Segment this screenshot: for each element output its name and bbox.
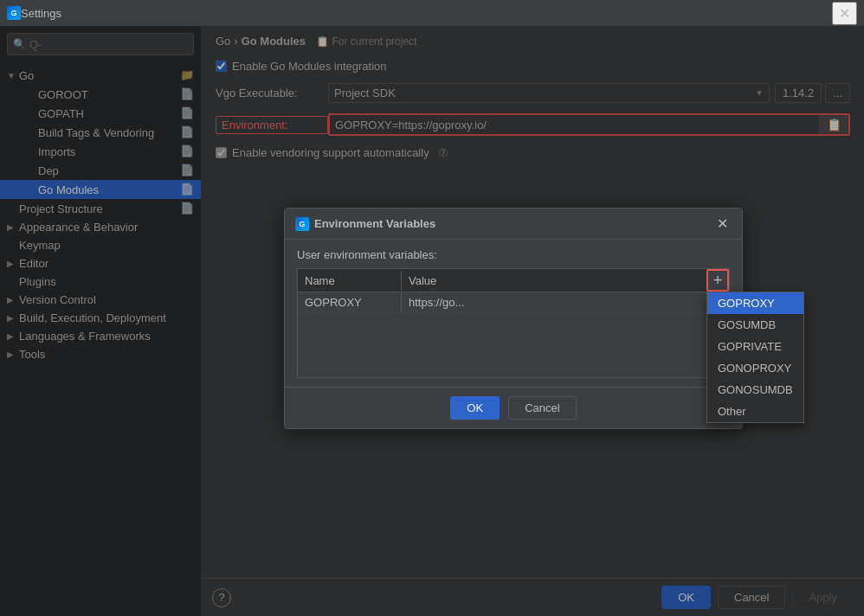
dropdown-item-goprivate[interactable]: GOPRIVATE [707, 336, 803, 357]
dropdown-item-gosumdb[interactable]: GOSUMDB [707, 314, 803, 336]
col-header-name: Name [298, 271, 402, 291]
dialog-title: Environment Variables [314, 217, 708, 230]
env-row-goproxy: GOPROXY https://go... [298, 292, 729, 313]
dialog-titlebar: G Environment Variables ✕ [285, 209, 742, 240]
dialog-section-label: User environment variables: [297, 248, 730, 261]
window-title: Settings [21, 7, 832, 20]
env-table-header: Name Value + GOPROXY GOSUMDB GOPRIVATE G… [297, 268, 730, 292]
env-row-name: GOPROXY [298, 292, 402, 312]
app-icon: G [7, 6, 21, 20]
dropdown-item-gonosumdb[interactable]: GONOSUMDB [707, 379, 803, 401]
dropdown-item-gonoproxy[interactable]: GONOPROXY [707, 357, 803, 379]
dialog-app-icon: G [295, 217, 309, 231]
close-button[interactable]: ✕ [832, 2, 857, 25]
add-env-button[interactable]: + [706, 269, 729, 292]
dialog-close-button[interactable]: ✕ [713, 215, 732, 232]
dialog-overlay: G Environment Variables ✕ User environme… [0, 26, 864, 616]
titlebar: G Settings ✕ [0, 0, 864, 26]
dialog-footer: OK Cancel [285, 387, 742, 428]
dialog-body: User environment variables: Name Value +… [285, 240, 742, 387]
dropdown-item-other[interactable]: Other [707, 401, 803, 422]
col-header-value: Value [402, 271, 706, 291]
add-env-dropdown: GOPROXY GOSUMDB GOPRIVATE GONOPROXY GONO… [706, 292, 804, 423]
env-table-body: GOPROXY https://go... [297, 292, 730, 378]
env-row-value: https://go... [402, 292, 729, 312]
add-btn-container: + GOPROXY GOSUMDB GOPRIVATE GONOPROXY GO… [706, 269, 729, 292]
dropdown-item-goproxy[interactable]: GOPROXY [707, 292, 803, 314]
dialog-ok-button[interactable]: OK [450, 396, 500, 420]
environment-variables-dialog: G Environment Variables ✕ User environme… [284, 208, 743, 429]
dialog-cancel-button[interactable]: Cancel [508, 396, 576, 420]
